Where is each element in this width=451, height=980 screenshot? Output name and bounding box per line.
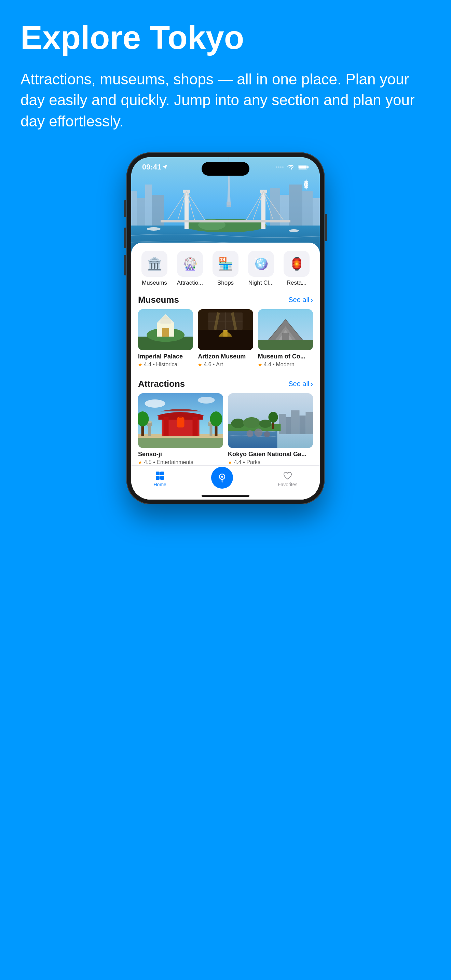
star-icon: ★ [198,362,202,368]
attraction-meta-sensoji: ★ 4.5 • Entertainments [138,459,223,465]
svg-rect-79 [177,417,184,428]
star-icon: ★ [228,460,232,465]
svg-point-84 [210,411,222,426]
signal-icon [276,165,284,170]
museum-card-artizon[interactable]: Artizon Museum ★ 4.6 • Art [198,309,253,368]
svg-rect-19 [313,198,320,226]
tab-favorites[interactable]: Favorites [278,471,298,487]
restaurants-emoji: 🏮 [289,257,305,271]
svg-point-94 [243,417,260,428]
attraction-meta-kokyo: ★ 4.4 • Parks [228,459,313,465]
attractions-icon-box: 🎡 [177,251,203,277]
nightclubs-label: Night Cl... [248,280,274,286]
heart-icon [283,471,292,480]
svg-rect-90 [306,412,313,434]
svg-point-3 [280,166,281,168]
svg-rect-78 [193,417,198,436]
svg-rect-102 [160,471,164,475]
museums-section-title: Museums [138,294,179,305]
svg-point-66 [198,397,215,404]
map-center-button[interactable] [211,467,233,488]
svg-rect-21 [227,202,231,207]
svg-rect-77 [164,417,169,436]
svg-rect-87 [286,417,291,434]
attraction-name-kokyo: Kokyo Gaien National Ga... [228,451,313,458]
phone-wrapper: 09:41 [0,153,451,525]
attractions-section-title: Attractions [138,379,185,389]
home-icon [155,471,165,480]
star-icon: ★ [258,362,262,368]
phone-device: 09:41 [126,153,325,504]
location-arrow-icon [163,165,167,170]
hero-subtitle: Attractions, museums, shops — all in one… [21,69,430,132]
svg-rect-57 [258,340,313,350]
museum-card-imperial[interactable]: Imperial Palace ★ 4.4 • Historical [138,309,193,368]
battery-icon [298,164,309,170]
category-attractions[interactable]: 🎡 Attractio... [172,251,208,286]
tab-map[interactable] [211,467,233,492]
museum-meta-artizon: ★ 4.6 • Art [198,361,253,368]
svg-rect-18 [302,191,313,226]
shops-icon-box: 🏪 [213,251,238,277]
svg-rect-6 [308,166,308,168]
volume-up-button [124,228,126,248]
attraction-card-sensoji[interactable]: Sensō-ji ★ 4.5 • Entertainments [138,393,223,465]
svg-point-39 [147,227,160,231]
attraction-img-sensoji [138,393,223,448]
favorites-tab-label: Favorites [278,482,298,487]
attraction-img-kokyo [228,393,313,448]
svg-point-100 [247,430,254,437]
app-content-card: 🏛️ Museums 🎡 Attractio... 🏪 [131,243,320,500]
museums-section-header: Museums See all › [131,292,320,309]
tab-bar: Home [131,465,320,500]
attractions-section-header: Attractions See all › [131,376,320,393]
svg-point-93 [231,418,245,428]
settings-button[interactable] [299,178,313,191]
attractions-see-all[interactable]: See all › [288,380,313,388]
svg-rect-88 [291,410,300,434]
svg-point-98 [254,428,263,437]
volume-down-button [124,255,126,275]
dynamic-island [202,162,249,176]
museum-img-modern [258,309,313,350]
home-bar [202,495,249,497]
hero-title: Explore Tokyo [21,21,430,55]
museum-img-imperial [138,309,193,350]
svg-rect-13 [145,185,152,226]
attractions-label: Attractio... [177,280,203,286]
museum-card-modern[interactable]: Museum of Co... ★ 4.4 • Modern [258,309,313,368]
svg-rect-28 [261,191,265,229]
category-shops[interactable]: 🏪 Shops [208,251,243,286]
museum-img-artizon [198,309,253,350]
museum-name-artizon: Artizon Museum [198,353,253,360]
svg-point-97 [268,412,278,423]
svg-rect-72 [210,424,213,436]
restaurants-icon-box: 🏮 [284,251,310,277]
svg-rect-69 [148,424,151,436]
svg-point-99 [264,431,270,438]
svg-marker-0 [163,165,167,170]
museum-meta-imperial: ★ 4.4 • Historical [138,361,193,368]
svg-rect-101 [156,471,160,475]
svg-point-2 [278,166,279,168]
category-restaurants[interactable]: 🏮 Resta... [279,251,314,286]
categories-row: 🏛️ Museums 🎡 Attractio... 🏪 [131,243,320,292]
svg-rect-7 [299,165,307,169]
svg-rect-67 [138,436,223,448]
attractions-row: Sensō-ji ★ 4.5 • Entertainments [131,393,320,465]
svg-rect-38 [160,220,291,223]
svg-rect-48 [162,328,169,337]
svg-rect-63 [282,333,289,340]
star-icon: ★ [138,460,143,465]
svg-rect-12 [137,198,145,226]
museum-name-imperial: Imperial Palace [138,353,193,360]
svg-rect-103 [156,476,160,480]
tab-home[interactable]: Home [154,471,167,487]
category-nightclubs[interactable]: 🪩 Night Cl... [243,251,279,286]
attraction-card-kokyo[interactable]: Kokyo Gaien National Ga... ★ 4.4 • Parks [228,393,313,465]
status-bar: 09:41 [131,157,320,174]
category-museums[interactable]: 🏛️ Museums [137,251,172,286]
museums-see-all[interactable]: See all › [288,296,313,304]
svg-point-65 [145,399,165,408]
svg-rect-11 [131,191,137,226]
